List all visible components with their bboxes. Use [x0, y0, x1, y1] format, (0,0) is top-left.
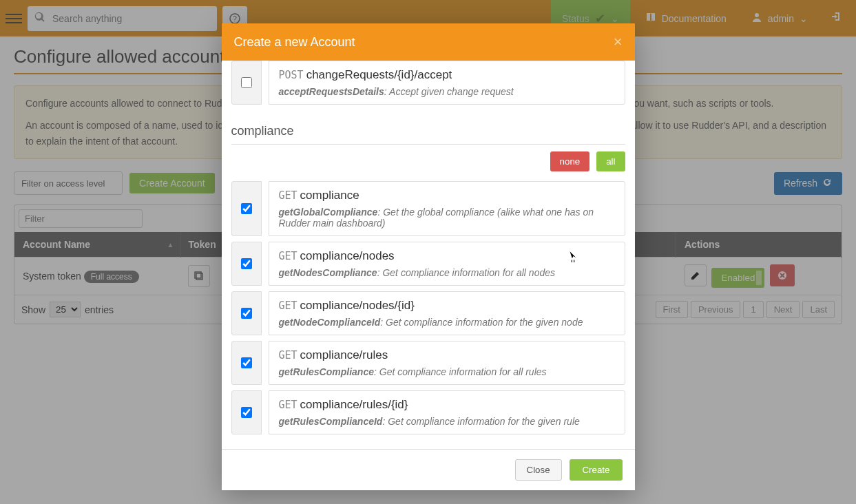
api-method: GET: [279, 399, 297, 411]
api-method: GET: [279, 250, 297, 262]
close-button[interactable]: Close: [515, 459, 562, 481]
api-row: GETcompliance getGlobalCompliance: Get t…: [231, 181, 625, 236]
api-op: getNodesCompliance: [279, 267, 377, 278]
api-op: getGlobalCompliance: [279, 207, 378, 218]
api-row: GETcompliance/nodes getNodesCompliance: …: [231, 242, 625, 286]
select-none-button[interactable]: none: [550, 151, 590, 171]
api-method: POST: [279, 69, 304, 81]
api-desc: Get compliance information for the given…: [386, 317, 583, 328]
api-row: GETcompliance/rules getRulesCompliance: …: [231, 341, 625, 385]
api-path: compliance/rules/{id}: [300, 398, 408, 411]
close-icon[interactable]: ×: [614, 33, 623, 51]
modal-header: Create a new Account ×: [222, 23, 635, 61]
api-op: acceptRequestsDetails: [279, 86, 384, 97]
api-method: GET: [279, 349, 297, 361]
api-checkbox[interactable]: [241, 77, 252, 88]
modal-footer: Close Create: [222, 449, 635, 490]
api-path: changeRequests/{id}/accept: [306, 68, 452, 81]
create-account-modal: Create a new Account × POSTchangeRequest…: [222, 23, 635, 490]
select-all-button[interactable]: all: [596, 151, 625, 171]
api-path: compliance/nodes/{id}: [300, 299, 415, 312]
api-path: compliance/rules: [300, 348, 388, 361]
api-checkbox[interactable]: [241, 203, 252, 214]
api-checkbox[interactable]: [241, 258, 252, 269]
api-desc: Get compliance information for all rules: [379, 366, 547, 377]
api-desc: Get compliance information for all nodes: [382, 267, 555, 278]
modal-overlay[interactable]: Create a new Account × POSTchangeRequest…: [0, 0, 856, 504]
modal-title: Create a new Account: [234, 35, 355, 50]
api-row: GETcompliance/nodes/{id} getNodeComplian…: [231, 291, 625, 335]
api-checkbox[interactable]: [241, 308, 252, 319]
api-path: compliance: [300, 189, 359, 202]
api-row: GETcompliance/rules/{id} getRulesComplia…: [231, 390, 625, 434]
api-checkbox[interactable]: [241, 407, 252, 418]
api-op: getNodeComplianceId: [279, 317, 381, 328]
api-method: GET: [279, 189, 297, 202]
api-checkbox[interactable]: [241, 357, 252, 368]
create-button[interactable]: Create: [570, 459, 622, 481]
api-desc: Accept given change request: [389, 86, 514, 97]
api-op: getRulesComplianceId: [279, 416, 383, 427]
api-desc: Get compliance information for the given…: [388, 416, 580, 427]
section-title-compliance: compliance: [231, 110, 625, 145]
modal-body[interactable]: POSTchangeRequests/{id}/accept acceptReq…: [222, 61, 635, 449]
api-op: getRulesCompliance: [279, 366, 374, 377]
api-method: GET: [279, 300, 297, 312]
api-path: compliance/nodes: [300, 249, 395, 262]
api-row: POSTchangeRequests/{id}/accept acceptReq…: [231, 61, 625, 105]
